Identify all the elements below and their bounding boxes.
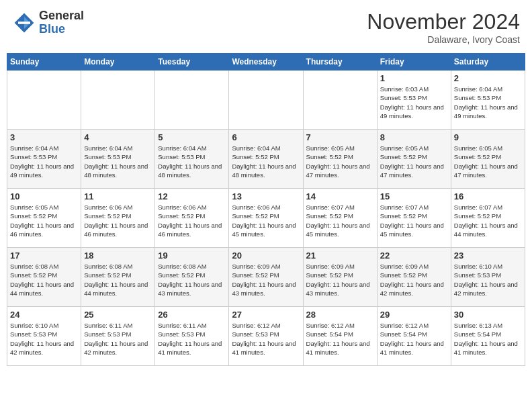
day-info: Sunrise: 6:05 AM Sunset: 5:52 PM Dayligh… [306, 144, 374, 179]
logo-text: General Blue [39, 9, 84, 36]
day-cell: 18Sunrise: 6:08 AM Sunset: 5:52 PM Dayli… [81, 248, 155, 307]
title-area: November 2024 Dalaware, Ivory Coast [367, 9, 520, 45]
day-cell [155, 71, 229, 130]
day-info: Sunrise: 6:04 AM Sunset: 5:53 PM Dayligh… [454, 85, 522, 120]
day-number: 14 [306, 191, 374, 201]
day-info: Sunrise: 6:08 AM Sunset: 5:52 PM Dayligh… [10, 262, 78, 298]
day-number: 18 [84, 250, 152, 261]
day-info: Sunrise: 6:04 AM Sunset: 5:52 PM Dayligh… [232, 144, 300, 179]
day-info: Sunrise: 6:08 AM Sunset: 5:52 PM Dayligh… [158, 262, 226, 298]
day-info: Sunrise: 6:11 AM Sunset: 5:53 PM Dayligh… [84, 321, 152, 357]
day-info: Sunrise: 6:05 AM Sunset: 5:52 PM Dayligh… [380, 144, 448, 179]
day-number: 19 [158, 250, 226, 261]
logo-general-text: General [39, 9, 84, 23]
day-info: Sunrise: 6:12 AM Sunset: 5:54 PM Dayligh… [306, 321, 374, 357]
day-cell: 26Sunrise: 6:11 AM Sunset: 5:53 PM Dayli… [155, 307, 229, 366]
day-cell: 8Sunrise: 6:05 AM Sunset: 5:52 PM Daylig… [377, 130, 451, 189]
day-info: Sunrise: 6:11 AM Sunset: 5:53 PM Dayligh… [158, 321, 226, 357]
day-number: 11 [84, 191, 152, 201]
day-cell: 28Sunrise: 6:12 AM Sunset: 5:54 PM Dayli… [303, 307, 377, 366]
day-cell: 21Sunrise: 6:09 AM Sunset: 5:52 PM Dayli… [303, 248, 377, 307]
day-cell: 2Sunrise: 6:04 AM Sunset: 5:53 PM Daylig… [451, 71, 525, 130]
day-number: 12 [158, 191, 226, 201]
day-cell: 13Sunrise: 6:06 AM Sunset: 5:52 PM Dayli… [229, 189, 303, 248]
day-cell: 14Sunrise: 6:07 AM Sunset: 5:52 PM Dayli… [303, 189, 377, 248]
day-cell: 17Sunrise: 6:08 AM Sunset: 5:52 PM Dayli… [7, 248, 81, 307]
day-info: Sunrise: 6:05 AM Sunset: 5:52 PM Dayligh… [10, 203, 78, 238]
day-info: Sunrise: 6:12 AM Sunset: 5:54 PM Dayligh… [380, 321, 448, 357]
calendar-table: SundayMondayTuesdayWednesdayThursdayFrid… [7, 53, 525, 366]
week-row-2: 10Sunrise: 6:05 AM Sunset: 5:52 PM Dayli… [7, 189, 525, 248]
weekday-header-wednesday: Wednesday [229, 54, 303, 71]
day-number: 9 [454, 132, 522, 142]
day-cell: 5Sunrise: 6:04 AM Sunset: 5:53 PM Daylig… [155, 130, 229, 189]
day-cell: 29Sunrise: 6:12 AM Sunset: 5:54 PM Dayli… [377, 307, 451, 366]
day-number: 7 [306, 132, 374, 142]
day-info: Sunrise: 6:09 AM Sunset: 5:52 PM Dayligh… [232, 262, 300, 298]
day-number: 27 [232, 310, 300, 320]
day-info: Sunrise: 6:10 AM Sunset: 5:53 PM Dayligh… [454, 262, 522, 298]
day-number: 5 [158, 132, 226, 142]
week-row-0: 1Sunrise: 6:03 AM Sunset: 5:53 PM Daylig… [7, 71, 525, 130]
week-row-4: 24Sunrise: 6:10 AM Sunset: 5:53 PM Dayli… [7, 307, 525, 366]
day-cell: 6Sunrise: 6:04 AM Sunset: 5:52 PM Daylig… [229, 130, 303, 189]
day-cell: 9Sunrise: 6:05 AM Sunset: 5:52 PM Daylig… [451, 130, 525, 189]
day-number: 2 [454, 73, 522, 83]
day-cell: 30Sunrise: 6:13 AM Sunset: 5:54 PM Dayli… [451, 307, 525, 366]
day-cell [303, 71, 377, 130]
day-info: Sunrise: 6:10 AM Sunset: 5:53 PM Dayligh… [10, 321, 78, 357]
day-number: 8 [380, 132, 448, 142]
logo-icon [12, 11, 36, 35]
week-row-1: 3Sunrise: 6:04 AM Sunset: 5:53 PM Daylig… [7, 130, 525, 189]
day-cell: 12Sunrise: 6:06 AM Sunset: 5:52 PM Dayli… [155, 189, 229, 248]
day-cell [81, 71, 155, 130]
day-cell: 20Sunrise: 6:09 AM Sunset: 5:52 PM Dayli… [229, 248, 303, 307]
weekday-header-saturday: Saturday [451, 54, 525, 71]
weekday-header-row: SundayMondayTuesdayWednesdayThursdayFrid… [7, 54, 525, 71]
day-number: 25 [84, 310, 152, 320]
day-info: Sunrise: 6:06 AM Sunset: 5:52 PM Dayligh… [158, 203, 226, 238]
day-number: 21 [306, 250, 374, 261]
day-number: 28 [306, 310, 374, 320]
day-cell: 22Sunrise: 6:09 AM Sunset: 5:52 PM Dayli… [377, 248, 451, 307]
day-cell: 7Sunrise: 6:05 AM Sunset: 5:52 PM Daylig… [303, 130, 377, 189]
day-info: Sunrise: 6:04 AM Sunset: 5:53 PM Dayligh… [158, 144, 226, 179]
day-cell: 15Sunrise: 6:07 AM Sunset: 5:52 PM Dayli… [377, 189, 451, 248]
day-number: 16 [454, 191, 522, 201]
day-number: 17 [10, 250, 78, 261]
day-number: 1 [380, 73, 448, 83]
weekday-header-monday: Monday [81, 54, 155, 71]
location-text: Dalaware, Ivory Coast [367, 34, 520, 45]
day-number: 6 [232, 132, 300, 142]
day-info: Sunrise: 6:04 AM Sunset: 5:53 PM Dayligh… [84, 144, 152, 179]
day-number: 30 [454, 310, 522, 320]
day-cell: 25Sunrise: 6:11 AM Sunset: 5:53 PM Dayli… [81, 307, 155, 366]
day-number: 10 [10, 191, 78, 201]
day-cell: 23Sunrise: 6:10 AM Sunset: 5:53 PM Dayli… [451, 248, 525, 307]
week-row-3: 17Sunrise: 6:08 AM Sunset: 5:52 PM Dayli… [7, 248, 525, 307]
day-number: 23 [454, 250, 522, 261]
weekday-header-friday: Friday [377, 54, 451, 71]
day-cell: 3Sunrise: 6:04 AM Sunset: 5:53 PM Daylig… [7, 130, 81, 189]
day-cell: 24Sunrise: 6:10 AM Sunset: 5:53 PM Dayli… [7, 307, 81, 366]
day-cell: 4Sunrise: 6:04 AM Sunset: 5:53 PM Daylig… [81, 130, 155, 189]
day-cell: 11Sunrise: 6:06 AM Sunset: 5:52 PM Dayli… [81, 189, 155, 248]
day-cell: 16Sunrise: 6:07 AM Sunset: 5:52 PM Dayli… [451, 189, 525, 248]
day-info: Sunrise: 6:06 AM Sunset: 5:52 PM Dayligh… [84, 203, 152, 238]
month-title: November 2024 [367, 9, 520, 34]
day-info: Sunrise: 6:06 AM Sunset: 5:52 PM Dayligh… [232, 203, 300, 238]
page-header: General Blue November 2024 Dalaware, Ivo… [7, 7, 525, 48]
day-info: Sunrise: 6:07 AM Sunset: 5:52 PM Dayligh… [306, 203, 374, 238]
day-info: Sunrise: 6:13 AM Sunset: 5:54 PM Dayligh… [454, 321, 522, 357]
logo: General Blue [12, 9, 84, 36]
day-info: Sunrise: 6:08 AM Sunset: 5:52 PM Dayligh… [84, 262, 152, 298]
day-number: 15 [380, 191, 448, 201]
day-number: 3 [10, 132, 78, 142]
day-info: Sunrise: 6:12 AM Sunset: 5:53 PM Dayligh… [232, 321, 300, 357]
weekday-header-tuesday: Tuesday [155, 54, 229, 71]
day-info: Sunrise: 6:04 AM Sunset: 5:53 PM Dayligh… [10, 144, 78, 179]
day-number: 24 [10, 310, 78, 320]
day-cell: 1Sunrise: 6:03 AM Sunset: 5:53 PM Daylig… [377, 71, 451, 130]
day-info: Sunrise: 6:09 AM Sunset: 5:52 PM Dayligh… [380, 262, 448, 298]
day-info: Sunrise: 6:07 AM Sunset: 5:52 PM Dayligh… [454, 203, 522, 238]
